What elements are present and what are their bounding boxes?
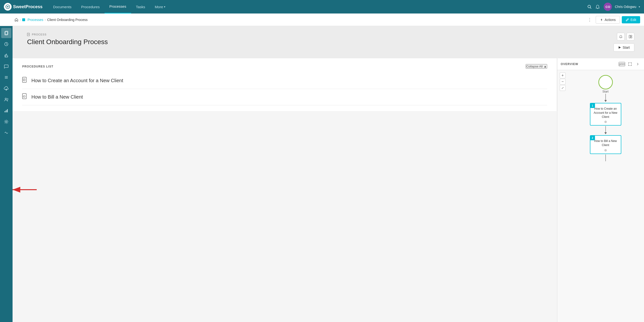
flow-node-1[interactable]: 1 How to Create an Account for a New Cli… [590, 103, 621, 126]
collapse-all-button[interactable]: Collapse All ▲ [526, 64, 547, 69]
layout-header-button[interactable] [626, 33, 634, 40]
expand-button[interactable] [627, 61, 633, 67]
flow-node-2-plus[interactable]: ⊕ [592, 148, 619, 152]
svg-rect-21 [629, 35, 630, 38]
procedure-item-2[interactable]: 2 How to Bill a New Client [22, 89, 547, 105]
zoom-in-button[interactable]: + [560, 73, 566, 78]
zoom-controls: + − ⤢ [560, 73, 566, 91]
process-label-icon [27, 33, 30, 36]
logo-icon [4, 3, 12, 10]
flow-node-2[interactable]: 2 How to Bill a New Client ⊕ [590, 135, 621, 154]
logo-text: SweetProcess [13, 4, 42, 9]
flow-arrow-1 [603, 94, 608, 102]
user-menu[interactable]: CO Chris Odogwu ▾ [604, 3, 640, 11]
user-name: Chris Odogwu [615, 5, 636, 9]
left-sidebar [0, 26, 12, 322]
breadcrumb-current: Client Onboarding Process [47, 18, 88, 22]
nav-right: CO Chris Odogwu ▾ [587, 3, 640, 11]
sidebar-icon-list[interactable] [1, 72, 11, 82]
overview-title: OVERVIEW [561, 62, 578, 66]
sidebar-icon-copy[interactable] [1, 28, 11, 38]
chevron-right-icon [636, 62, 640, 66]
overview-controls: print [619, 61, 640, 67]
bell-button[interactable] [596, 4, 600, 9]
bolt-icon [600, 18, 603, 21]
procedure-title-1: How to Create an Account for a New Clien… [32, 78, 123, 83]
svg-marker-24 [619, 46, 621, 49]
actions-button[interactable]: Actions [596, 16, 620, 24]
sidebar-icon-cloud[interactable] [1, 83, 11, 94]
start-circle [598, 75, 613, 89]
breadcrumb-home[interactable] [14, 18, 18, 22]
collapse-chevron-icon: ▲ [544, 65, 547, 68]
svg-point-3 [598, 8, 598, 9]
svg-rect-17 [27, 33, 30, 36]
flow-arrow-3 [603, 155, 608, 162]
edit-icon [626, 18, 629, 21]
procedure-item-1[interactable]: 1 How to Create an Account for a New Cli… [22, 73, 547, 89]
svg-text:2: 2 [24, 96, 24, 97]
svg-line-2 [590, 8, 591, 9]
user-chevron-icon: ▾ [639, 5, 640, 8]
main-layout: PROCESS Client Onboarding Process [0, 26, 644, 322]
flowchart-area: Start 1 How to Create an Acc [570, 75, 642, 162]
next-button[interactable] [635, 61, 640, 67]
breadcrumb-sep-1: › [20, 18, 21, 21]
svg-rect-27 [22, 77, 26, 82]
svg-rect-22 [631, 35, 632, 36]
sidebar-icon-chart[interactable] [1, 106, 11, 116]
zoom-fit-button[interactable]: ⤢ [560, 85, 566, 91]
procedures-panel: PROCEDURES LIST Collapse All ▲ [12, 58, 557, 111]
search-button[interactable] [587, 4, 592, 9]
breadcrumb-sep-2: › [45, 18, 46, 21]
bell-header-button[interactable] [617, 33, 625, 40]
sidebar-icon-clock[interactable] [1, 39, 11, 49]
flow-node-badge-1: 1 [590, 103, 595, 108]
procedures-wrapper: PROCEDURES LIST Collapse All ▲ [12, 58, 557, 322]
flow-node-1-plus[interactable]: ⊕ [592, 120, 619, 124]
zoom-out-button[interactable]: − [560, 79, 566, 85]
flow-node-badge-2: 2 [590, 136, 595, 140]
procedure-doc-icon-1: 1 [22, 77, 28, 84]
bottom-panels: PROCEDURES LIST Collapse All ▲ [12, 58, 644, 322]
red-arrow-indicator [12, 185, 39, 195]
sidebar-icon-settings[interactable] [1, 117, 11, 127]
sidebar-icon-people[interactable] [1, 95, 11, 105]
process-header-right: Start [614, 33, 634, 52]
bell-header-icon [619, 35, 622, 38]
nav-item-more[interactable]: More ▾ [150, 0, 170, 13]
sidebar-icon-automation[interactable] [1, 128, 11, 138]
svg-rect-14 [6, 110, 6, 112]
play-icon [618, 46, 621, 49]
home-icon [14, 18, 18, 22]
nav-item-tasks[interactable]: Tasks [131, 0, 150, 13]
more-chevron-icon: ▾ [164, 5, 166, 8]
flow-arrow-2 [603, 126, 608, 135]
process-title: Client Onboarding Process [27, 38, 108, 46]
search-icon [587, 4, 592, 9]
content-area: PROCESS Client Onboarding Process [12, 26, 644, 322]
sidebar-icon-comment[interactable] [1, 61, 11, 71]
more-options-button[interactable]: ⋮ [586, 16, 594, 23]
overview-panel: OVERVIEW print [557, 58, 644, 322]
avatar: CO [604, 3, 612, 11]
layout-icon [629, 35, 632, 38]
procedure-doc-icon-2: 2 [22, 93, 28, 101]
svg-marker-4 [601, 18, 602, 21]
start-button[interactable]: Start [614, 43, 634, 52]
nav-item-procedures[interactable]: Procedures [76, 0, 104, 13]
print-button[interactable]: print [619, 62, 625, 66]
nav-item-processes[interactable]: Processes [104, 0, 131, 13]
breadcrumb-processes[interactable]: Processes [22, 18, 43, 22]
header-icons [617, 33, 634, 40]
sidebar-icon-thumbs-up[interactable] [1, 50, 11, 60]
procedures-header: PROCEDURES LIST Collapse All ▲ [22, 64, 547, 69]
start-label: Start [602, 90, 608, 93]
overview-canvas: + − ⤢ Start [557, 70, 644, 322]
nav-item-documents[interactable]: Documents [48, 0, 76, 13]
svg-rect-30 [22, 94, 26, 99]
process-label: PROCESS [27, 33, 108, 36]
svg-marker-34 [604, 100, 607, 102]
edit-button[interactable]: Edit [622, 16, 640, 23]
procedures-list-title: PROCEDURES LIST [22, 65, 53, 68]
